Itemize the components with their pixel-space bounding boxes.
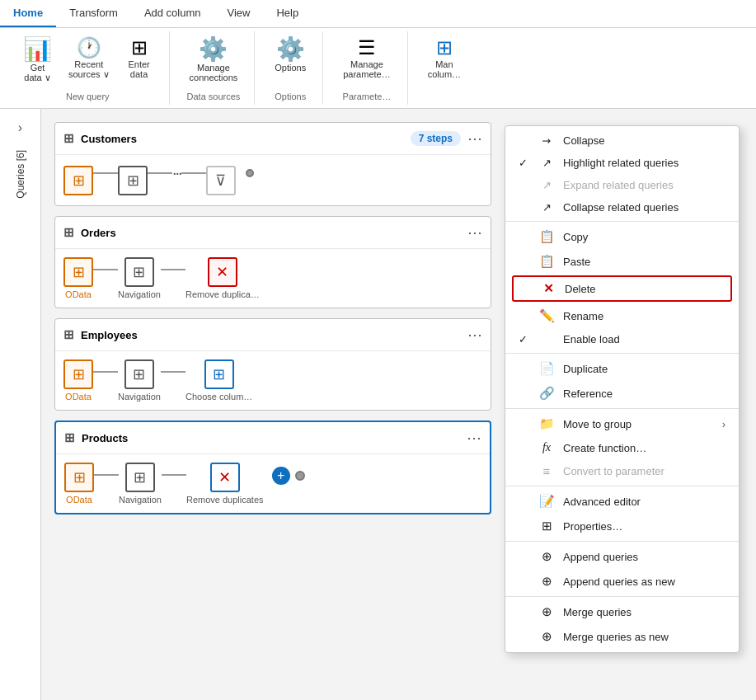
ctx-item-enable-load[interactable]: ✓ Enable load (505, 328, 739, 350)
recent-sources-button[interactable]: 🕐 Recentsources ∨ (62, 35, 116, 87)
manage-parameters-icon: ☰ (358, 38, 376, 58)
ctx-item-merge-queries-new[interactable]: ⊕ Merge queries as new (505, 624, 739, 649)
query-card-products: ⊞ Products ⋯ ⊞ OData ⊞ Navigation (54, 420, 491, 514)
employees-odata-icon: ⊞ (63, 359, 93, 389)
ribbon-group-manage-columns: ⊞ Mancolum… (411, 31, 477, 105)
ctx-item-paste[interactable]: 📋 Paste (505, 249, 739, 274)
ctx-item-rename[interactable]: ✏️ Rename (505, 303, 739, 328)
data-sources-group-label: Data sources (187, 88, 241, 101)
ctx-label-paste: Paste (563, 256, 590, 268)
ctx-item-convert-to-param[interactable]: ≡ Convert to parameter (505, 459, 739, 483)
manage-connections-label: Manageconnections (190, 63, 238, 82)
ctx-item-duplicate[interactable]: 📄 Duplicate (505, 356, 739, 381)
customers-step-grid: ⊞ (118, 166, 148, 195)
ctx-label-properties: Properties… (563, 520, 622, 533)
ctx-item-append-queries-new[interactable]: ⊕ Append queries as new (505, 569, 739, 594)
ctx-item-delete[interactable]: ✕ Delete (512, 275, 732, 302)
enter-data-icon: ⊞ (131, 38, 148, 58)
ctx-icon-collapse: ↗ (537, 130, 557, 151)
ctx-item-copy[interactable]: 📋 Copy (505, 224, 739, 249)
orders-connector-1 (93, 269, 118, 270)
products-odata-icon: ⊞ (64, 463, 94, 492)
options-icon: ⚙️ (276, 38, 305, 61)
ctx-item-highlight-related[interactable]: ✓ ↗ Highlight related queries (505, 152, 739, 174)
products-menu-icon[interactable]: ⋯ (467, 429, 481, 447)
tab-home[interactable]: Home (0, 0, 56, 27)
ribbon-buttons-data-sources: ⚙️ Manageconnections (183, 35, 245, 86)
ctx-icon-rename: ✏️ (538, 308, 555, 323)
tab-view[interactable]: View (214, 0, 264, 27)
options-button[interactable]: ⚙️ Options (268, 35, 312, 76)
ctx-icon-convert-to-param: ≡ (538, 464, 555, 478)
employees-menu-icon[interactable]: ⋯ (467, 326, 482, 344)
ctx-item-move-to-group[interactable]: 📁 Move to group › (505, 411, 739, 436)
employees-odata-label: OData (65, 392, 92, 402)
customers-menu-icon[interactable]: ⋯ (467, 129, 482, 148)
orders-menu-icon[interactable]: ⋯ (467, 223, 482, 242)
ctx-icon-highlight: ↗ (538, 157, 555, 169)
table-icon-orders: ⊞ (63, 225, 74, 240)
products-step-remove: ✕ Remove duplicates (186, 463, 264, 505)
ctx-item-advanced-editor[interactable]: 📝 Advanced editor (505, 489, 739, 514)
get-data-button[interactable]: 📊 Getdata ∨ (16, 35, 59, 87)
employees-steps: ⊞ OData ⊞ Navigation ⊞ Choose colum… (55, 351, 491, 410)
ctx-label-merge-queries: Merge queries (563, 606, 632, 618)
add-step-button[interactable]: + (272, 467, 290, 485)
manage-columns-button[interactable]: ⊞ Mancolum… (421, 35, 467, 82)
new-query-group-label: New query (66, 88, 110, 101)
ctx-sep-3 (505, 408, 739, 409)
customers-connector-1 (93, 172, 118, 174)
tab-help[interactable]: Help (263, 0, 312, 27)
ctx-sep-1 (505, 221, 739, 222)
ctx-label-append-queries: Append queries (563, 551, 638, 563)
ctx-sep-4 (505, 486, 739, 486)
orders-steps: ⊞ OData ⊞ Navigation ✕ Remove duplica… (55, 249, 491, 308)
ctx-item-expand-related[interactable]: ↗ Expand related queries (505, 174, 739, 196)
ctx-item-reference[interactable]: 🔗 Reference (505, 381, 739, 406)
products-connector-2 (162, 474, 186, 476)
orders-name: Orders (81, 227, 116, 239)
query-card-orders-header: ⊞ Orders ⋯ (55, 217, 491, 249)
tab-transform[interactable]: Transform (56, 0, 131, 27)
ctx-item-create-function[interactable]: fx Create function… (505, 436, 739, 459)
ribbon-content: 📊 Getdata ∨ 🕐 Recentsources ∨ ⊞ Enterdat… (0, 28, 756, 108)
customers-steps: ⊞ ⊞ ··· ⊽ (55, 155, 491, 205)
table-icon-customers: ⊞ (63, 131, 74, 146)
ctx-label-merge-queries-new: Merge queries as new (563, 631, 669, 643)
ribbon-group-parameters: ☰ Manageparamete… Paramete… (326, 31, 407, 105)
ctx-item-collapse[interactable]: ↗ Collapse (505, 129, 739, 152)
ctx-item-collapse-related[interactable]: ↗ Collapse related queries (505, 196, 739, 218)
ctx-icon-collapse-related: ↗ (538, 201, 555, 214)
manage-columns-icon: ⊞ (436, 38, 453, 58)
ctx-icon-duplicate: 📄 (538, 361, 555, 376)
options-group-label: Options (275, 88, 306, 101)
ctx-label-collapse: Collapse (563, 134, 605, 147)
ctx-item-merge-queries[interactable]: ⊕ Merge queries (505, 599, 739, 624)
manage-connections-icon: ⚙️ (199, 38, 228, 61)
table-icon-employees: ⊞ (63, 327, 74, 342)
employees-step-navigation: ⊞ Navigation (118, 359, 161, 402)
products-step-odata: ⊞ OData (64, 463, 94, 505)
manage-parameters-label: Manageparamete… (343, 59, 390, 79)
products-navigation-label: Navigation (119, 495, 162, 505)
manage-parameters-button[interactable]: ☰ Manageparamete… (336, 35, 397, 82)
manage-connections-button[interactable]: ⚙️ Manageconnections (183, 35, 245, 86)
orders-step-odata: ⊞ OData (63, 257, 93, 299)
sidebar-collapse-toggle[interactable]: › (13, 115, 27, 140)
employees-connector-2 (161, 371, 185, 373)
query-card-customers-header: ⊞ Customers 7 steps ⋯ (55, 123, 491, 155)
ctx-item-append-queries[interactable]: ⊕ Append queries (505, 544, 739, 569)
enter-data-button[interactable]: ⊞ Enterdata (120, 35, 159, 87)
orders-odata-label: OData (65, 289, 92, 299)
ctx-icon-append-queries-new: ⊕ (538, 574, 555, 589)
tab-add-column[interactable]: Add column (131, 0, 214, 27)
ctx-icon-paste: 📋 (538, 254, 555, 269)
ctx-item-properties[interactable]: ⊞ Properties… (505, 514, 739, 538)
orders-navigation-label: Navigation (118, 289, 161, 299)
ctx-icon-append-queries: ⊕ (538, 549, 555, 564)
employees-choose-label: Choose colum… (185, 392, 252, 402)
ctx-icon-properties: ⊞ (538, 519, 555, 533)
customers-step-orange-grid: ⊞ (63, 166, 93, 195)
orders-navigation-icon: ⊞ (124, 257, 154, 287)
products-steps: ⊞ OData ⊞ Navigation ✕ Remove duplicates… (56, 454, 490, 513)
